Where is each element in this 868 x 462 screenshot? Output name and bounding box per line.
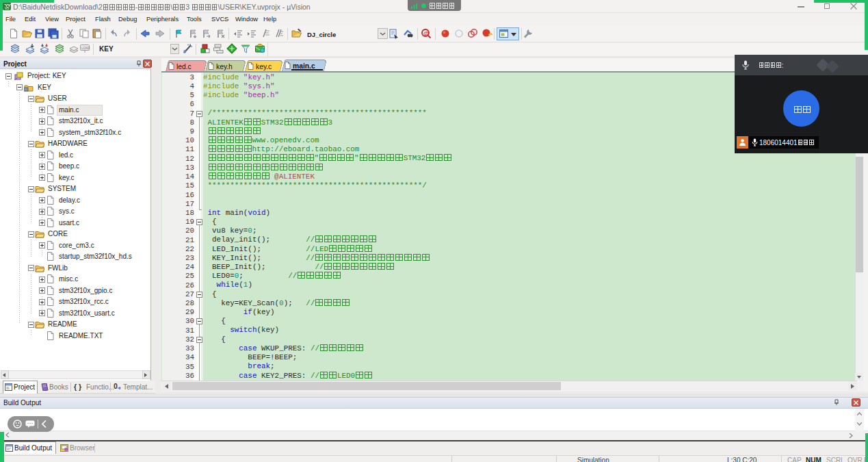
svg-text:V5: V5 bbox=[5, 6, 9, 10]
svg-text:@: @ bbox=[423, 30, 429, 36]
svg-text:LOAD: LOAD bbox=[81, 47, 90, 50]
